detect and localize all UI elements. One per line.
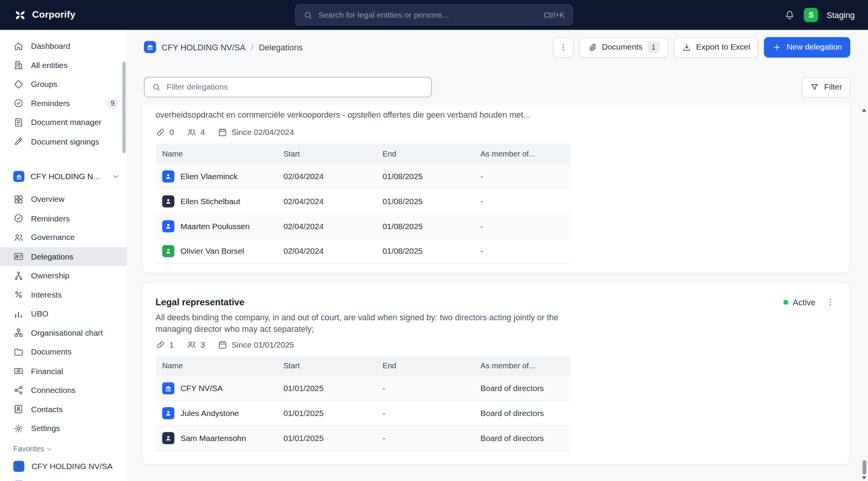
card-header: Legal representative Active	[155, 296, 836, 308]
filter-delegations-input[interactable]	[167, 82, 424, 91]
row-start: 02/04/2024	[284, 197, 383, 206]
person-avatar	[162, 220, 175, 233]
sidebar-item-entity-reminders[interactable]: Reminders	[0, 209, 127, 228]
sidebar-item-label: Connections	[31, 386, 76, 394]
user-avatar[interactable]: S	[804, 8, 818, 22]
calendar-icon	[218, 340, 228, 350]
scrollbar-thumb[interactable]	[862, 460, 866, 474]
sidebar-scrollbar-thumb[interactable]	[122, 62, 126, 153]
filter-button[interactable]: Filter	[801, 77, 850, 97]
table-row[interactable]: CFY NV/SA 01/01/2025 - Board of director…	[155, 376, 571, 401]
sidebar-item-groups[interactable]: Groups	[0, 75, 127, 94]
sidebar-item-ownership[interactable]: Ownership	[0, 266, 127, 285]
kebab-menu-icon	[559, 42, 568, 52]
sidebar-item-document-manager[interactable]: Document manager	[0, 113, 127, 132]
sidebar-section-gap	[0, 151, 127, 166]
sidebar-favorite-entity[interactable]: CFY HOLDING NV/SA	[0, 457, 127, 476]
sidebar-item-dashboard[interactable]: Dashboard	[0, 37, 127, 56]
new-delegation-button[interactable]: New delegation	[764, 37, 850, 57]
brand[interactable]: Corporify	[13, 8, 76, 22]
global-search-input[interactable]	[318, 10, 538, 19]
vertical-scrollbar[interactable]	[861, 108, 867, 479]
sidebar: Dashboard All entities Groups Reminders …	[0, 30, 127, 481]
delegation-card: overheidsopdracht en commerciële verkoop…	[142, 105, 850, 273]
row-member-of: Board of directors	[481, 434, 571, 443]
delegation-table: Name Start End As member of... CFY NV/SA	[155, 355, 571, 451]
people-meta: 4	[187, 127, 205, 137]
sidebar-item-delegations[interactable]: Delegations	[0, 247, 127, 266]
filter-delegations-search[interactable]	[144, 77, 432, 97]
entity-avatar	[162, 382, 175, 394]
column-header-start: Start	[284, 361, 383, 370]
person-icon	[164, 222, 172, 230]
sidebar-item-ubo[interactable]: UBO	[0, 304, 127, 323]
table-row[interactable]: Olivier Van Borsel 02/04/2024 01/08/2025…	[155, 239, 571, 264]
sidebar-item-documents[interactable]: Documents	[0, 343, 127, 362]
sidebar-item-settings[interactable]: Settings	[0, 419, 127, 438]
scroll-down-arrow-icon[interactable]	[862, 476, 866, 479]
table-header-row: Name Start End As member of...	[155, 355, 571, 376]
delegations-scroll-area: overheidsopdracht en commerciële verkoop…	[127, 105, 868, 481]
pen-icon	[13, 136, 24, 146]
filter-button-label: Filter	[824, 82, 842, 91]
sidebar-item-document-signings[interactable]: Document signings	[0, 132, 127, 151]
column-header-end: End	[382, 149, 481, 158]
table-row[interactable]: Jules Andystone 01/01/2025 - Board of di…	[155, 401, 571, 426]
search-icon	[303, 10, 312, 20]
delegation-meta: 1 3 Since 01/01/2025	[155, 339, 836, 350]
sidebar-item-organisational-chart[interactable]: Organisational chart	[0, 323, 127, 343]
table-row[interactable]: Maarten Poulussen 02/04/2024 01/08/2025 …	[155, 214, 571, 239]
delegation-table: Name Start End As member of... Elien Vla…	[155, 143, 571, 264]
row-member-of: -	[481, 222, 571, 231]
row-start: 01/01/2025	[284, 409, 383, 418]
sidebar-entity-selector[interactable]: CFY HOLDING N...	[0, 166, 127, 186]
column-header-name: Name	[155, 361, 283, 370]
since-date: Since 01/01/2025	[232, 340, 294, 349]
sidebar-favorites-header[interactable]: Favorites	[0, 441, 127, 456]
new-delegation-button-label: New delegation	[787, 43, 842, 52]
building-icon	[164, 384, 172, 392]
export-to-excel-button[interactable]: Export to Excel	[673, 37, 758, 57]
diamond-icon	[13, 79, 24, 89]
person-avatar	[162, 407, 175, 419]
entity-selector-name: CFY HOLDING N...	[30, 172, 100, 181]
sidebar-item-label: UBO	[31, 310, 48, 318]
more-actions-button[interactable]	[553, 37, 574, 57]
grid-icon	[13, 194, 24, 205]
table-row[interactable]: Sam Maartensohn 01/01/2025 - Board of di…	[155, 426, 571, 451]
row-end: -	[382, 409, 481, 418]
table-row[interactable]: Elien Vlaeminck 02/04/2024 01/08/2025 -	[155, 164, 571, 189]
sidebar-item-governance[interactable]: Governance	[0, 228, 127, 247]
global-search[interactable]: Ctrl+K	[295, 5, 573, 26]
sidebar-item-overview[interactable]: Overview	[0, 190, 127, 209]
row-start: 02/04/2024	[284, 222, 383, 231]
entity-avatar	[13, 171, 25, 182]
documents-button[interactable]: Documents 1	[579, 37, 668, 57]
row-member-of: Board of directors	[481, 384, 571, 393]
sidebar-item-reminders[interactable]: Reminders 9	[0, 94, 127, 113]
sidebar-item-interests[interactable]: Interests	[0, 285, 127, 305]
top-bar: Corporify Ctrl+K S Staging	[0, 0, 868, 30]
sidebar-item-financial[interactable]: Financial	[0, 361, 127, 381]
card-title: Legal representative	[155, 296, 244, 308]
sidebar-entity-menu: Overview Reminders Governance Delegation…	[0, 190, 127, 438]
notifications-button[interactable]	[784, 9, 795, 21]
sidebar-item-all-entities[interactable]: All entities	[0, 56, 127, 75]
sidebar-item-connections[interactable]: Connections	[0, 381, 127, 400]
folder-icon	[13, 347, 24, 357]
app-window: Corporify Ctrl+K S Staging Dashboard All…	[0, 0, 868, 481]
person-avatar	[162, 195, 175, 208]
breadcrumb-entity-link[interactable]: CFY HOLDING NV/SA	[162, 42, 245, 52]
row-start: 02/04/2024	[284, 247, 383, 256]
sidebar-item-contacts[interactable]: Contacts	[0, 400, 127, 419]
row-name: Sam Maartensohn	[180, 434, 246, 443]
table-row[interactable]: Ellen Stichelbaut 02/04/2024 01/08/2025 …	[155, 189, 571, 214]
sidebar-item-label: Ownership	[31, 271, 70, 280]
sidebar-favorite-entity-partial[interactable]	[0, 477, 127, 481]
row-end: 01/08/2025	[382, 197, 481, 206]
bell-icon	[784, 9, 795, 21]
status-label: Active	[793, 297, 816, 306]
scroll-up-arrow-icon[interactable]	[862, 108, 866, 112]
card-menu-button[interactable]	[824, 296, 836, 308]
header-actions: Documents 1 Export to Excel New delegati…	[553, 37, 850, 57]
